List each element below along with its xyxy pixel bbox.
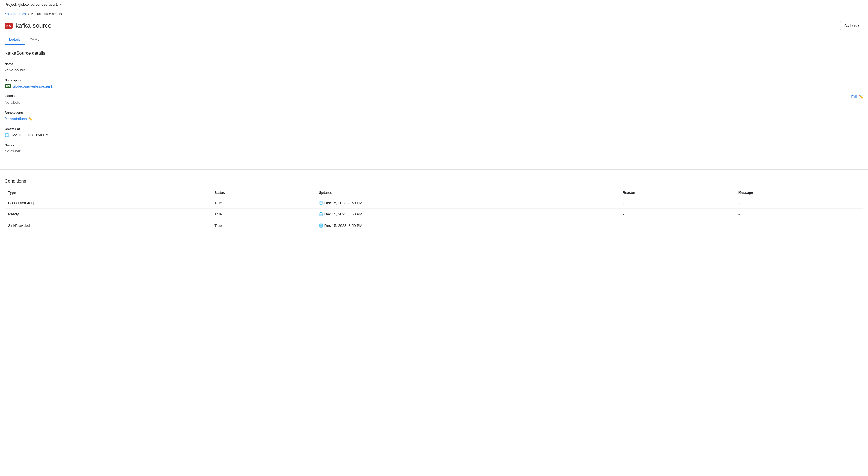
cell-message: - [735,220,863,232]
project-selector[interactable]: Project: globex-serverless-user1 ▼ [5,2,62,6]
created-group: Created at 🌐 Dec 15, 2023, 8:50 PM [5,127,863,137]
col-type: Type [5,189,211,197]
tabs-bar: Details YAML [0,34,868,45]
name-label: Name [5,62,13,66]
cell-type: SinkProvided [5,220,211,232]
conditions-title: Conditions [5,179,863,184]
annotations-link[interactable]: 0 annotations [5,116,27,121]
cell-status: True [211,209,315,220]
details-section-title: KafkaSource details [5,51,863,56]
table-row: SinkProvided True 🌐Dec 15, 2023, 8:50 PM… [5,220,863,232]
page-title-area: KS kafka-source [5,22,51,29]
cell-status: True [211,220,315,232]
ns-badge: NS [5,84,11,88]
namespace-value: NS globex-serverless-user1 [5,84,863,88]
breadcrumb-current: KafkaSource details [31,12,62,16]
tab-yaml[interactable]: YAML [25,34,44,45]
globe-icon: 🌐 [5,133,9,137]
col-status: Status [211,189,315,197]
owner-value: No owner [5,149,863,154]
edit-pencil-icon: ✏️ [859,95,863,99]
labels-edit-text: Edit [851,95,858,99]
annotations-label: Annotations [5,111,23,115]
cell-updated: 🌐Dec 15, 2023, 8:50 PM [315,197,619,209]
project-label-text: Project: globex-serverless-user1 [5,2,58,6]
namespace-link[interactable]: globex-serverless-user1 [13,84,53,88]
top-bar: Project: globex-serverless-user1 ▼ [0,0,868,9]
namespace-label: Namespace [5,78,22,82]
project-chevron-icon: ▼ [59,3,62,6]
annotations-value-row: 0 annotations ✏️ [5,116,863,121]
breadcrumb-parent-link[interactable]: KafkaSources [5,12,26,16]
owner-group: Owner No owner [5,143,863,154]
breadcrumb: KafkaSources > KafkaSource details [0,9,868,19]
cell-message: - [735,209,863,220]
actions-button[interactable]: Actions ▾ [840,21,863,30]
labels-label: Labels [5,94,14,98]
actions-chevron-icon: ▾ [858,24,859,27]
table-row: Ready True 🌐Dec 15, 2023, 8:50 PM - - [5,209,863,220]
cell-reason: - [619,197,735,209]
conditions-table: Type Status Updated Reason Message Consu… [5,189,863,232]
ks-badge: KS [5,23,12,29]
col-reason: Reason [619,189,735,197]
cell-updated: 🌐Dec 15, 2023, 8:50 PM [315,220,619,232]
section-divider [0,169,868,170]
labels-group: Labels Edit ✏️ No labels [5,94,863,105]
labels-value: No labels [5,100,863,105]
cell-reason: - [619,220,735,232]
cell-updated: 🌐Dec 15, 2023, 8:50 PM [315,209,619,220]
page-title: kafka-source [16,22,51,29]
page-header: KS kafka-source Actions ▾ [0,19,868,34]
annotations-group: Annotations 0 annotations ✏️ [5,110,863,121]
name-value: kafka-source [5,68,863,72]
annotations-edit-icon[interactable]: ✏️ [28,117,33,121]
conditions-table-header: Type Status Updated Reason Message [5,189,863,197]
labels-header: Labels Edit ✏️ [5,94,863,99]
col-updated: Updated [315,189,619,197]
actions-label: Actions [844,23,857,28]
conditions-section: Conditions Type Status Updated Reason Me… [0,174,868,236]
owner-label: Owner [5,143,14,147]
tab-details[interactable]: Details [5,34,25,45]
cell-reason: - [619,209,735,220]
namespace-group: Namespace NS globex-serverless-user1 [5,78,863,88]
name-group: Name kafka-source [5,62,863,72]
created-value: 🌐 Dec 15, 2023, 8:50 PM [5,133,863,137]
cell-type: Ready [5,209,211,220]
cell-message: - [735,197,863,209]
cell-type: ConsumerGroup [5,197,211,209]
labels-edit-button[interactable]: Edit ✏️ [851,95,863,99]
table-row: ConsumerGroup True 🌐Dec 15, 2023, 8:50 P… [5,197,863,209]
main-content: KafkaSource details Name kafka-source Na… [0,45,868,165]
created-label: Created at [5,127,20,131]
col-message: Message [735,189,863,197]
breadcrumb-separator: > [28,12,30,16]
conditions-table-body: ConsumerGroup True 🌐Dec 15, 2023, 8:50 P… [5,197,863,232]
cell-status: True [211,197,315,209]
